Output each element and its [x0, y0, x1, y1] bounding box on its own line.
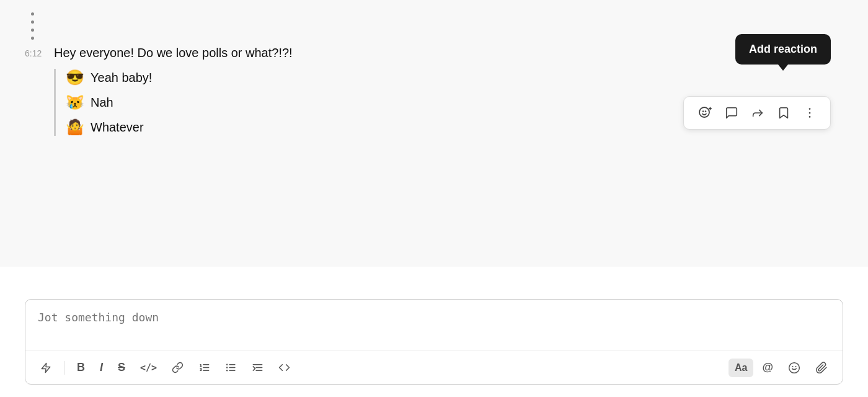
composer-toolbar: B I S </> — [25, 350, 843, 384]
svg-point-15 — [226, 364, 228, 365]
inline-code-button[interactable]: </> — [134, 357, 163, 378]
poll-label-1: Yeah baby! — [91, 71, 152, 85]
chat-area: 6:12 Hey everyone! Do we love polls or w… — [0, 0, 868, 267]
svg-point-16 — [226, 367, 228, 368]
poll-emoji-1: 😎 — [66, 69, 84, 86]
svg-point-6 — [809, 112, 811, 114]
toolbar-right-group: Aa @ — [728, 356, 834, 379]
divider-1 — [64, 361, 64, 375]
poll-label-3: Whatever — [91, 120, 144, 135]
code-block-button[interactable] — [272, 357, 296, 378]
strikethrough-button[interactable]: S — [112, 356, 131, 379]
poll-option-1: 😎 Yeah baby! — [66, 69, 843, 86]
emoji-button[interactable] — [782, 357, 807, 379]
more-button[interactable] — [798, 102, 822, 123]
svg-point-17 — [226, 370, 228, 371]
composer-area: B I S </> — [0, 287, 868, 397]
quote-button[interactable] — [720, 102, 743, 123]
dot-1 — [31, 12, 34, 16]
tooltip-bubble: Add reaction — [735, 34, 831, 65]
message-text: Hey everyone! Do we love polls or what?!… — [54, 46, 843, 60]
indent-button[interactable] — [246, 357, 270, 378]
add-reaction-button[interactable] — [693, 102, 717, 124]
italic-button[interactable]: I — [94, 356, 109, 379]
svg-marker-8 — [42, 363, 50, 372]
ordered-list-button[interactable] — [192, 357, 216, 378]
composer-box: B I S </> — [25, 299, 843, 385]
text-format-button[interactable]: Aa — [728, 359, 753, 377]
bookmark-button[interactable] — [772, 102, 795, 123]
action-toolbar — [683, 96, 831, 130]
tooltip-container: Add reaction — [735, 34, 831, 65]
poll-emoji-3: 🤷 — [66, 118, 84, 136]
dot-2 — [31, 20, 34, 24]
attach-button[interactable] — [809, 357, 834, 379]
bold-button[interactable]: B — [71, 356, 91, 379]
poll-emoji-2: 😿 — [66, 94, 84, 111]
dots-section — [31, 12, 843, 40]
poll-label-2: Nah — [91, 96, 113, 110]
svg-point-7 — [809, 116, 811, 118]
unordered-list-button[interactable] — [219, 357, 243, 378]
svg-point-5 — [809, 108, 811, 110]
link-button[interactable] — [166, 357, 190, 378]
svg-point-21 — [789, 362, 800, 373]
mention-button[interactable]: @ — [756, 356, 779, 379]
lightning-button[interactable] — [34, 357, 58, 378]
dot-4 — [31, 37, 34, 40]
svg-point-0 — [699, 107, 709, 117]
message-time: 6:12 — [25, 48, 46, 58]
composer-input[interactable] — [25, 300, 843, 348]
forward-button[interactable] — [746, 102, 769, 123]
tooltip-text: Add reaction — [749, 43, 817, 55]
dot-3 — [31, 29, 34, 32]
